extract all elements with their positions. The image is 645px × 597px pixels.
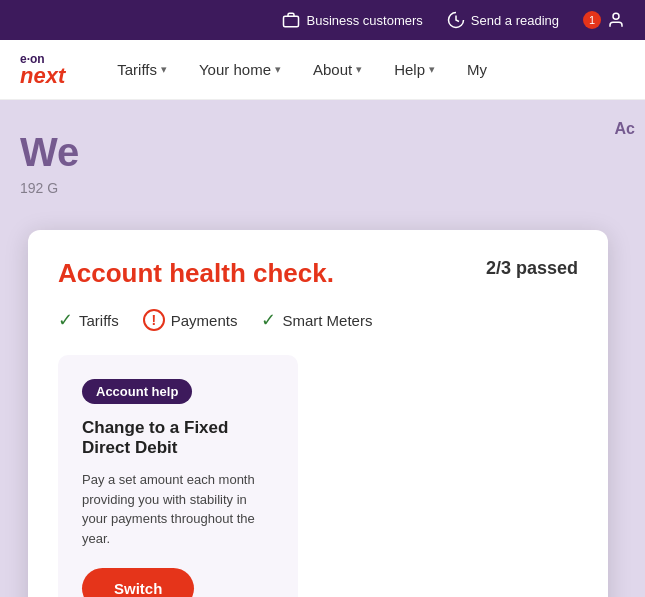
nav-my[interactable]: My: [455, 53, 499, 86]
health-item-tariffs: ✓ Tariffs: [58, 309, 119, 331]
svg-rect-0: [284, 16, 299, 27]
passed-badge: 2/3 passed: [486, 258, 578, 279]
meter-icon: [447, 11, 465, 29]
about-chevron-icon: ▾: [356, 63, 362, 76]
modal-header: Account health check. 2/3 passed: [58, 258, 578, 289]
tariffs-chevron-icon: ▾: [161, 63, 167, 76]
business-customers-link[interactable]: Business customers: [282, 11, 422, 29]
nav-tariffs[interactable]: Tariffs ▾: [105, 53, 179, 86]
briefcase-icon: [282, 11, 300, 29]
health-check-modal: Account health check. 2/3 passed ✓ Tarif…: [28, 230, 608, 597]
business-customers-label: Business customers: [306, 13, 422, 28]
nav-your-home[interactable]: Your home ▾: [187, 53, 293, 86]
account-help-card: Account help Change to a Fixed Direct De…: [58, 355, 298, 597]
help-chevron-icon: ▾: [429, 63, 435, 76]
svg-point-1: [613, 13, 619, 19]
health-item-payments: ! Payments: [143, 309, 238, 331]
switch-button[interactable]: Switch: [82, 568, 194, 597]
your-home-chevron-icon: ▾: [275, 63, 281, 76]
nav-items: Tariffs ▾ Your home ▾ About ▾ Help ▾ My: [105, 53, 625, 86]
health-items: ✓ Tariffs ! Payments ✓ Smart Meters: [58, 309, 578, 331]
send-reading-label: Send a reading: [471, 13, 559, 28]
smart-meters-label: Smart Meters: [282, 312, 372, 329]
card-description: Pay a set amount each month providing yo…: [82, 470, 274, 548]
nav-bar: e·on next Tariffs ▾ Your home ▾ About ▾ …: [0, 40, 645, 100]
notification-badge: 1: [583, 11, 601, 29]
smart-meters-check-icon: ✓: [261, 309, 276, 331]
payments-label: Payments: [171, 312, 238, 329]
payments-warning-icon: !: [143, 309, 165, 331]
logo-next: next: [20, 65, 65, 87]
tariffs-label: Tariffs: [79, 312, 119, 329]
send-reading-link[interactable]: Send a reading: [447, 11, 559, 29]
modal-title: Account health check.: [58, 258, 334, 289]
health-item-smart-meters: ✓ Smart Meters: [261, 309, 372, 331]
logo[interactable]: e·on next: [20, 53, 65, 87]
nav-about[interactable]: About ▾: [301, 53, 374, 86]
nav-help[interactable]: Help ▾: [382, 53, 447, 86]
account-icon: [607, 11, 625, 29]
card-title: Change to a Fixed Direct Debit: [82, 418, 274, 458]
top-bar: Business customers Send a reading 1: [0, 0, 645, 40]
tariffs-check-icon: ✓: [58, 309, 73, 331]
notification-area[interactable]: 1: [583, 11, 625, 29]
account-help-badge: Account help: [82, 379, 192, 404]
